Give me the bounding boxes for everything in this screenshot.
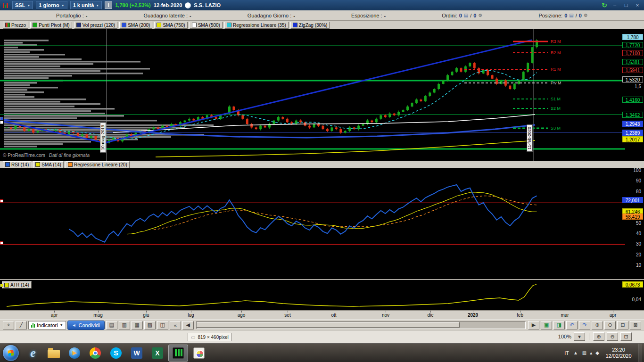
indicatori-select[interactable]: Indicatori ▼ bbox=[28, 321, 66, 329]
legend-item-regressione-lineare-20-[interactable]: Regressione Lineare (20) bbox=[66, 161, 130, 168]
svg-text:R3 M: R3 M bbox=[551, 39, 561, 44]
legend-item-sma-500-[interactable]: SMA (500) bbox=[190, 22, 223, 29]
collapse-toolbar-button[interactable]: « bbox=[170, 321, 181, 329]
zoom-level: 100% bbox=[558, 334, 571, 339]
compare-icon[interactable]: ◫ bbox=[157, 321, 168, 329]
redo-icon[interactable]: ↷ bbox=[579, 321, 590, 329]
tray-app-icon[interactable]: ▥ bbox=[582, 350, 586, 355]
chrome-icon bbox=[90, 347, 101, 359]
rsi-chart-canvas[interactable] bbox=[0, 168, 644, 279]
taskbar-file-explorer[interactable] bbox=[44, 345, 64, 362]
zoom-reset-icon[interactable]: ⊠ bbox=[630, 321, 641, 329]
rsi-tick: 90 bbox=[636, 178, 641, 183]
price-badge: 1,780 bbox=[622, 34, 643, 40]
skype-icon: S bbox=[110, 347, 122, 359]
zoom-area-icon[interactable]: ⊡ bbox=[617, 321, 628, 329]
chat-icon[interactable]: ▥ bbox=[119, 321, 130, 329]
scroll-right-button[interactable]: ▶ bbox=[528, 321, 539, 329]
condividi-button[interactable]: ◄ Condividi bbox=[67, 321, 105, 330]
pointer-tool-icon[interactable]: ⌖ bbox=[3, 321, 14, 329]
rsi-legend: RSI (14)SMA (14)Regressione Lineare (20) bbox=[0, 161, 644, 168]
sma500-handle[interactable] bbox=[0, 121, 3, 124]
clock[interactable]: 23:2012/02/2020 bbox=[603, 347, 634, 359]
taskbar-word[interactable]: W bbox=[127, 345, 147, 362]
symbol-select[interactable]: SSL▼ bbox=[12, 1, 33, 9]
calendar-icon[interactable]: ▦ bbox=[132, 321, 143, 329]
legend-item-regressione-lineare-35-[interactable]: Regressione Lineare (35) bbox=[224, 22, 289, 29]
main-price-chart[interactable]: R3 MR2 MR1 MPiv MS1 MS2 MS3 M 1,7801,772… bbox=[0, 29, 644, 161]
undo-icon[interactable]: ↶ bbox=[566, 321, 578, 329]
legend-label: ATR (14) bbox=[10, 282, 29, 288]
rsi-level-30-handle[interactable] bbox=[0, 241, 3, 245]
taskbar-paint[interactable] bbox=[189, 345, 209, 362]
chart-hscrollbar[interactable] bbox=[196, 321, 526, 329]
units-select[interactable]: 1 k unità▼ bbox=[70, 1, 102, 9]
scroll-left-button[interactable]: ◀ bbox=[182, 321, 194, 329]
legend-item-sma-14-[interactable]: SMA (14) bbox=[33, 161, 64, 168]
price-badge: 1,5320 bbox=[622, 76, 643, 82]
zoom-in-icon[interactable]: ⊕ bbox=[592, 321, 603, 329]
volume-icon[interactable]: ◆ bbox=[595, 350, 599, 355]
chart-style-icon[interactable]: ▧ bbox=[144, 321, 156, 329]
rsi-level-70-handle[interactable] bbox=[0, 199, 3, 203]
show-desktop-button[interactable] bbox=[638, 344, 642, 362]
chart-size-tooltip: ▭ 819 × 460pixel bbox=[188, 333, 232, 341]
atr-chart-canvas[interactable] bbox=[0, 280, 644, 310]
taskbar-chrome[interactable] bbox=[85, 345, 105, 362]
legend-item-rsi-14-[interactable]: RSI (14) bbox=[3, 161, 31, 168]
taskbar-skype[interactable]: S bbox=[106, 345, 126, 362]
new-window-icon[interactable]: ▤ bbox=[106, 321, 117, 329]
orders-settings-icon[interactable]: ⚙ bbox=[478, 13, 482, 18]
rsi-tick: 20 bbox=[636, 252, 641, 257]
zoom-in-button[interactable]: ⊕ bbox=[593, 332, 604, 341]
zoom-dropdown-button[interactable]: ▾ bbox=[574, 332, 585, 341]
legend-item-prezzo[interactable]: Prezzo bbox=[3, 22, 28, 29]
zoom-fit-button[interactable]: ⊡ bbox=[620, 332, 632, 341]
legend-item-vol-prezzi-120-[interactable]: Vol prezzi (120) bbox=[74, 22, 117, 29]
price-chart-canvas[interactable]: R3 MR2 MR1 MPiv MS1 MS2 MS3 M bbox=[0, 29, 644, 161]
language-indicator[interactable]: IT bbox=[564, 350, 569, 356]
orders-list-icon[interactable]: ▤ bbox=[464, 13, 468, 18]
start-button[interactable] bbox=[3, 345, 19, 361]
atr-axis: 0,06730,04 bbox=[620, 280, 644, 310]
timeframe-select[interactable]: 1 giorno▼ bbox=[36, 1, 67, 9]
rsi-panel[interactable]: 1009080504030201072,00161,24658,419 bbox=[0, 168, 644, 279]
month-label: lug bbox=[184, 313, 198, 318]
trendline-tool-icon[interactable]: ╱ bbox=[16, 321, 27, 329]
legend-item-punti-pivot-m-[interactable]: Punti Pivot (M) bbox=[30, 22, 72, 29]
close-button[interactable]: × bbox=[634, 2, 641, 8]
taskbar-excel[interactable]: X bbox=[148, 345, 167, 362]
maximize-button[interactable]: □ bbox=[622, 2, 630, 8]
chevron-down-icon: ▼ bbox=[96, 4, 99, 7]
indicator-swatch bbox=[4, 283, 9, 288]
indicator-swatch bbox=[293, 23, 297, 27]
zoom-out-button[interactable]: ⊖ bbox=[607, 332, 618, 341]
snapshot-icon[interactable]: ▣ bbox=[541, 321, 552, 329]
zoom-out-icon[interactable]: ⊖ bbox=[604, 321, 616, 329]
indicator-swatch bbox=[76, 23, 81, 27]
position-list-icon[interactable]: ▤ bbox=[569, 13, 573, 18]
legend-item-sma-750-[interactable]: SMA (750) bbox=[154, 22, 187, 29]
refresh-icon[interactable]: ↻ bbox=[602, 1, 607, 9]
atr-panel[interactable]: ATR (14) 0,06730,04 bbox=[0, 279, 644, 310]
minimize-button[interactable]: – bbox=[611, 2, 619, 8]
legend-item-sma-200-[interactable]: SMA (200) bbox=[119, 22, 152, 29]
hscrollbar-thumb[interactable] bbox=[197, 322, 460, 328]
info-icon[interactable]: i bbox=[105, 1, 112, 9]
taskbar-internet-explorer[interactable]: e bbox=[23, 345, 43, 362]
rsi-axis: 1009080504030201072,00161,24658,419 bbox=[620, 168, 644, 279]
position-settings-icon[interactable]: ⚙ bbox=[584, 13, 588, 18]
sma200-handle[interactable] bbox=[0, 117, 3, 120]
tray-expand-icon[interactable]: ▲ bbox=[573, 350, 578, 355]
legend-label: RSI (14) bbox=[11, 162, 29, 167]
taskbar-media-player[interactable] bbox=[65, 345, 84, 362]
ordini-field: Ordini:0 ▤ /0 ⚙ bbox=[442, 13, 482, 18]
atr-handle[interactable] bbox=[0, 284, 3, 287]
month-label: giu bbox=[139, 313, 153, 318]
legend-item-atr-14-[interactable]: ATR (14) bbox=[2, 281, 32, 288]
window-layout-icon[interactable]: ◨ bbox=[553, 321, 565, 329]
month-label: ago bbox=[234, 313, 248, 318]
legend-item-zigzag-30-[interactable]: ZigZag (30%) bbox=[290, 22, 330, 29]
taskbar-prorealtime[interactable] bbox=[168, 345, 188, 362]
network-icon[interactable]: ▴ bbox=[590, 350, 592, 355]
